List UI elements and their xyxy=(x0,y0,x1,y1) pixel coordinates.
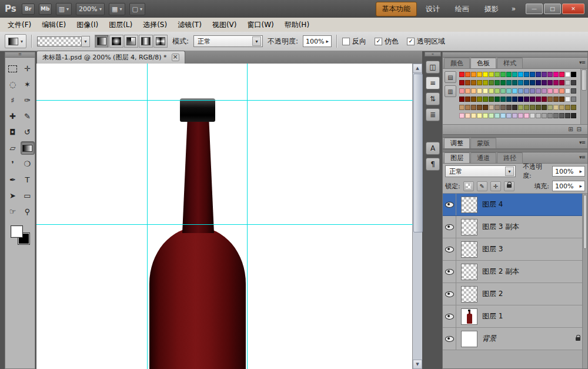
swatch-101[interactable] xyxy=(465,113,470,118)
swatch-45[interactable] xyxy=(489,88,494,94)
layer-thumbnail[interactable] xyxy=(461,286,477,302)
tab-蒙版[interactable]: 蒙版 xyxy=(470,138,496,148)
swatch-37[interactable] xyxy=(559,80,564,85)
menu-item-帮助(H)[interactable]: 帮助(H) xyxy=(279,18,315,32)
linear-gradient-button[interactable] xyxy=(95,35,109,48)
swatch-89[interactable] xyxy=(512,105,517,110)
tab-路径[interactable]: 路径 xyxy=(497,152,523,163)
brush-tool[interactable]: ✎ xyxy=(21,109,35,123)
swatch-108[interactable] xyxy=(506,113,512,118)
swatch-99[interactable] xyxy=(571,105,576,110)
layer-visibility-toggle[interactable] xyxy=(443,328,456,350)
layer-thumbnail[interactable] xyxy=(461,241,477,258)
menu-item-图像(I)[interactable]: 图像(I) xyxy=(71,18,103,32)
shape-tool[interactable]: ▭ xyxy=(21,189,35,202)
swatch-70[interactable] xyxy=(518,97,523,102)
scrollbar-thumb[interactable] xyxy=(582,69,587,91)
layers-scrollbar[interactable] xyxy=(582,194,587,368)
swatch-73[interactable] xyxy=(536,97,541,102)
zoom-tool[interactable]: ⚲ xyxy=(21,205,35,218)
scroll-down-arrow-icon[interactable]: ▼ xyxy=(413,360,422,369)
swatch-34[interactable] xyxy=(542,80,547,85)
lock-all-button[interactable] xyxy=(504,181,514,191)
tool-preset-picker[interactable]: ▾ xyxy=(5,34,26,48)
checkbox-box-icon[interactable] xyxy=(342,38,350,45)
menu-item-编辑(E)[interactable]: 编辑(E) xyxy=(36,18,71,32)
swatch-1[interactable] xyxy=(465,72,470,77)
swatch-69[interactable] xyxy=(512,97,517,102)
menu-item-图层(L)[interactable]: 图层(L) xyxy=(103,18,138,32)
swatch-78[interactable] xyxy=(565,97,570,102)
collapsed-panel-icon-4[interactable]: ≣ xyxy=(426,108,440,121)
swatch-114[interactable] xyxy=(542,113,547,118)
menu-item-窗口(W)[interactable]: 窗口(W) xyxy=(242,18,279,32)
angle-gradient-button[interactable] xyxy=(124,35,138,48)
swatch-53[interactable] xyxy=(536,88,541,94)
screen-mode-dropdown[interactable]: ▢ ▾ xyxy=(129,3,145,15)
swatch-12[interactable] xyxy=(530,72,535,77)
swatch-43[interactable] xyxy=(477,88,482,94)
swatches-panel-menu-icon[interactable]: ▾≡ xyxy=(579,59,585,65)
swatch-5[interactable] xyxy=(489,72,494,77)
pen-tool[interactable]: ✒ xyxy=(6,173,20,187)
magic-wand-tool[interactable]: ✶ xyxy=(21,78,35,91)
tab-颜色[interactable]: 颜色 xyxy=(444,58,470,68)
swatch-68[interactable] xyxy=(506,97,512,102)
layer-row-图层 3 副本[interactable]: 图层 3 副本 xyxy=(443,216,587,238)
swatch-24[interactable] xyxy=(483,80,488,85)
scrollbar-thumb[interactable] xyxy=(413,74,423,232)
layer-thumbnail[interactable] xyxy=(461,331,477,347)
checkbox-透明区域[interactable]: ✓透明区域 xyxy=(407,36,445,46)
view-extras-dropdown[interactable]: ▥ ▾ xyxy=(56,3,72,15)
swatch-13[interactable] xyxy=(536,72,541,77)
swatch-20[interactable] xyxy=(459,80,465,85)
swatch-80[interactable] xyxy=(459,105,465,110)
swatch-16[interactable] xyxy=(553,72,559,77)
horizontal-guide-2[interactable] xyxy=(36,224,413,225)
swatch-23[interactable] xyxy=(477,80,482,85)
scroll-up-arrow-icon[interactable]: ▲ xyxy=(413,64,422,73)
layer-thumbnail[interactable] xyxy=(461,308,477,325)
horizontal-guide-1[interactable] xyxy=(36,100,413,101)
close-tab-icon[interactable]: × xyxy=(172,54,179,61)
layer-row-图层 1[interactable]: 图层 1 xyxy=(443,305,587,328)
swatch-64[interactable] xyxy=(483,97,488,102)
workspace-button-绘画[interactable]: 绘画 xyxy=(449,2,476,16)
bridge-button[interactable]: Br xyxy=(22,4,35,15)
checkbox-box-icon[interactable]: ✓ xyxy=(407,38,415,45)
workspace-button-基本功能[interactable]: 基本功能 xyxy=(376,2,417,16)
eraser-tool[interactable]: ▱ xyxy=(6,141,20,155)
swatch-22[interactable] xyxy=(471,80,476,85)
swatch-49[interactable] xyxy=(512,88,517,94)
swatch-41[interactable] xyxy=(465,88,470,94)
swatch-94[interactable] xyxy=(542,105,547,110)
gradient-sample[interactable] xyxy=(37,36,82,46)
mode-select[interactable]: 正常 ▾ xyxy=(193,35,263,47)
layer-visibility-toggle[interactable] xyxy=(443,305,456,327)
layer-visibility-toggle[interactable] xyxy=(443,261,456,282)
swatch-27[interactable] xyxy=(500,80,506,85)
swatch-31[interactable] xyxy=(524,80,529,85)
tab-样式[interactable]: 样式 xyxy=(497,58,523,68)
swatch-59[interactable] xyxy=(571,88,576,94)
menu-item-滤镜(T)[interactable]: 滤镜(T) xyxy=(172,18,207,32)
swatch-107[interactable] xyxy=(500,113,506,118)
gradient-picker-arrow-icon[interactable]: ▾ xyxy=(82,36,90,47)
dodge-tool[interactable]: ❍ xyxy=(21,157,35,171)
swatch-83[interactable] xyxy=(477,105,482,110)
layer-row-图层 3[interactable]: 图层 3 xyxy=(443,238,587,261)
swatch-71[interactable] xyxy=(524,97,529,102)
rectangular-marquee-tool[interactable] xyxy=(6,62,20,75)
layer-row-图层 2 副本[interactable]: 图层 2 副本 xyxy=(443,261,587,283)
swatch-86[interactable] xyxy=(495,105,500,110)
opacity-input[interactable]: 100% ▸ xyxy=(303,35,332,47)
swatch-115[interactable] xyxy=(547,113,553,118)
swatch-25[interactable] xyxy=(489,80,494,85)
new-swatch-button[interactable]: ⊞ xyxy=(568,127,573,132)
layer-row-图层 2[interactable]: 图层 2 xyxy=(443,283,587,305)
swatch-15[interactable] xyxy=(547,72,553,77)
restore-button[interactable]: □ xyxy=(544,4,561,14)
swatch-38[interactable] xyxy=(565,80,570,85)
layer-thumbnail[interactable] xyxy=(461,264,477,280)
swatch-35[interactable] xyxy=(547,80,553,85)
